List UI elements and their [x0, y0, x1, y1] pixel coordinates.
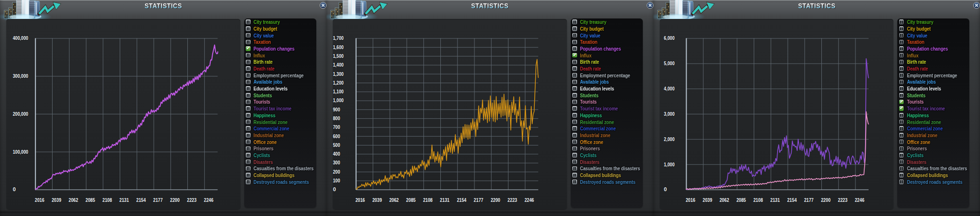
svg-text:500: 500	[333, 142, 341, 148]
svg-text:900: 900	[333, 107, 341, 112]
svg-text:2154: 2154	[136, 197, 146, 203]
svg-text:2131: 2131	[440, 197, 450, 203]
svg-text:1,300: 1,300	[333, 71, 344, 77]
svg-text:2154: 2154	[787, 197, 797, 203]
svg-text:2,000: 2,000	[664, 136, 674, 142]
svg-text:2016: 2016	[686, 197, 695, 203]
svg-text:2085: 2085	[406, 197, 416, 203]
svg-text:2177: 2177	[153, 197, 163, 203]
svg-text:700: 700	[333, 124, 341, 130]
svg-text:1,400: 1,400	[333, 62, 344, 68]
svg-text:0: 0	[664, 186, 667, 192]
svg-text:2016: 2016	[35, 197, 45, 203]
svg-text:2085: 2085	[86, 197, 95, 203]
svg-text:100,000: 100,000	[13, 149, 28, 155]
svg-text:400,000: 400,000	[13, 35, 28, 41]
svg-text:300: 300	[333, 160, 341, 165]
svg-text:2246: 2246	[204, 197, 214, 203]
svg-text:2062: 2062	[389, 197, 399, 203]
svg-text:2039: 2039	[373, 197, 382, 203]
svg-text:2200: 2200	[170, 197, 180, 203]
svg-text:2177: 2177	[804, 197, 814, 203]
svg-text:1,000: 1,000	[664, 162, 674, 167]
svg-text:1,600: 1,600	[333, 44, 344, 50]
svg-text:600: 600	[333, 133, 341, 139]
svg-text:200: 200	[333, 169, 341, 175]
svg-text:2039: 2039	[703, 197, 712, 203]
svg-text:1,500: 1,500	[333, 53, 344, 59]
svg-text:2108: 2108	[423, 197, 433, 203]
svg-text:2200: 2200	[821, 197, 831, 203]
svg-text:1,100: 1,100	[333, 89, 344, 94]
svg-text:2200: 2200	[491, 197, 501, 203]
svg-text:800: 800	[333, 115, 341, 121]
svg-text:2062: 2062	[69, 197, 78, 203]
svg-text:400: 400	[333, 151, 341, 157]
svg-text:2062: 2062	[719, 197, 729, 203]
svg-text:5,000: 5,000	[664, 60, 674, 66]
svg-text:200,000: 200,000	[13, 111, 28, 117]
svg-text:2108: 2108	[753, 197, 763, 203]
svg-text:1,000: 1,000	[333, 97, 344, 103]
svg-text:1,200: 1,200	[333, 80, 344, 86]
svg-text:0: 0	[333, 186, 336, 192]
svg-text:2085: 2085	[736, 197, 746, 203]
svg-text:2131: 2131	[770, 197, 780, 203]
svg-text:2223: 2223	[838, 197, 848, 203]
svg-text:2108: 2108	[103, 197, 112, 203]
svg-text:6,000: 6,000	[664, 35, 674, 41]
svg-text:2131: 2131	[119, 197, 129, 203]
svg-text:2177: 2177	[474, 197, 484, 203]
svg-text:4,000: 4,000	[664, 86, 674, 91]
svg-text:2246: 2246	[525, 197, 534, 203]
svg-text:2016: 2016	[356, 197, 365, 203]
svg-text:1,700: 1,700	[333, 35, 344, 41]
svg-text:2154: 2154	[457, 197, 467, 203]
svg-text:2246: 2246	[854, 197, 864, 203]
svg-text:0: 0	[13, 186, 16, 192]
svg-text:2223: 2223	[187, 197, 197, 203]
svg-text:2223: 2223	[508, 197, 517, 203]
svg-text:300,000: 300,000	[13, 73, 28, 79]
svg-text:3,000: 3,000	[664, 111, 674, 117]
svg-text:100: 100	[333, 178, 341, 183]
svg-text:2039: 2039	[52, 197, 61, 203]
